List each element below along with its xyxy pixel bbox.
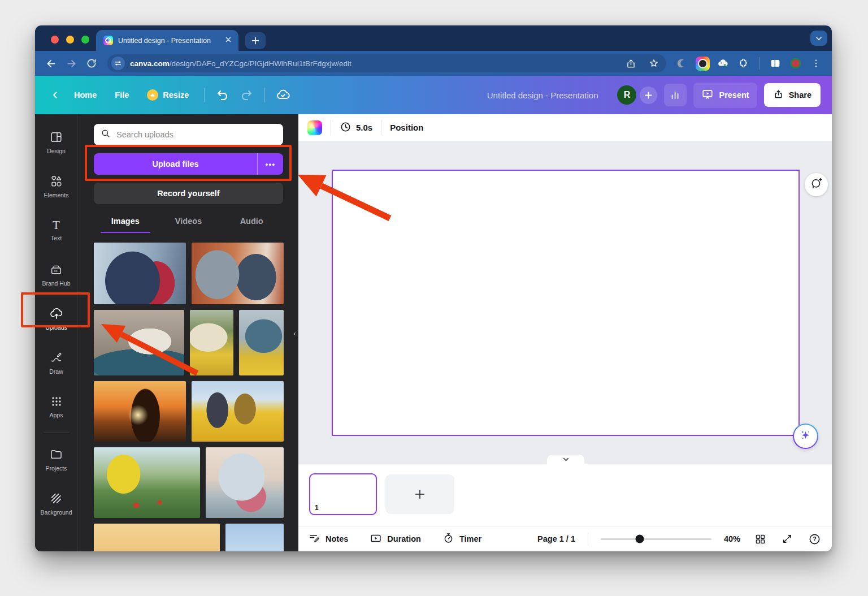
sidebar-item-text[interactable]: T Text [35,208,77,252]
upload-files-label[interactable]: Upload files [94,153,257,175]
magic-assistant-button[interactable] [793,424,818,449]
extension-camera-icon[interactable] [693,54,711,72]
upload-image-thumbnail[interactable] [94,381,186,442]
duration-icon [370,532,382,546]
home-button[interactable]: Home [66,85,105,105]
upload-image-thumbnail[interactable] [192,243,284,304]
share-button[interactable]: Share [764,83,821,107]
clock-icon [340,121,351,135]
new-tab-button[interactable] [245,32,266,49]
sidebar-item-apps[interactable]: Apps [35,385,77,429]
minimize-window-button[interactable] [66,36,74,44]
search-uploads-box[interactable] [94,124,283,145]
side-panel-icon[interactable] [766,54,784,72]
insights-chart-icon[interactable] [664,84,687,106]
tab-search-button[interactable] [810,31,827,46]
grid-view-icon[interactable] [753,532,767,546]
present-button[interactable]: Present [693,83,757,108]
zoom-slider[interactable] [601,534,711,543]
undo-icon[interactable] [211,84,234,106]
share-page-icon[interactable] [622,54,640,72]
timer-button[interactable]: Timer [442,532,481,546]
upload-image-thumbnail[interactable] [239,310,284,375]
panel-collapse-chevron-icon[interactable]: ‹ [290,309,298,358]
upload-image-thumbnail[interactable] [94,447,200,518]
url-text: canva.com/design/DAFo_dYZCgc/PIGjdHWlhRu… [130,59,617,68]
file-menu-button[interactable]: File [106,85,137,105]
record-yourself-button[interactable]: Record yourself [94,183,283,204]
upload-image-thumbnail[interactable] [192,381,284,442]
duration-control[interactable]: 5.0s [340,121,372,135]
extensions-puzzle-icon[interactable] [734,54,752,72]
sidebar-item-brand-hub[interactable]: co. Brand Hub [35,252,77,296]
sidebar-divider [44,433,70,433]
text-icon: T [53,219,60,231]
upload-image-thumbnail[interactable] [190,310,233,375]
add-comment-button[interactable] [805,173,828,196]
page-1-thumbnail[interactable]: 1 [309,473,377,515]
status-bar: Notes Duration Timer [298,526,832,551]
sidebar-label: Draw [49,368,63,375]
zoom-slider-track[interactable] [601,538,711,541]
notes-button[interactable]: Notes [309,532,348,546]
upload-image-thumbnail[interactable] [94,524,220,551]
document-title[interactable]: Untitled design - Presentation [487,90,598,100]
notes-icon [309,532,320,546]
toolbar-divider [331,120,331,135]
canvas-workspace [298,141,832,464]
sidebar-item-elements[interactable]: Elements [35,164,77,208]
tab-videos[interactable]: Videos [157,217,220,233]
upload-image-thumbnail[interactable] [94,243,186,304]
browser-tab[interactable]: Untitled design - Presentation [96,30,238,51]
sidebar-item-draw[interactable]: Draw [35,340,77,385]
invite-members-button[interactable] [640,87,657,104]
sidebar-label: Text [51,235,62,241]
browser-menu-icon[interactable] [807,54,825,72]
forward-icon[interactable] [62,54,80,72]
search-uploads-input[interactable] [116,130,276,139]
sidebar-item-background[interactable]: Background [35,481,77,525]
sidebar-item-design[interactable]: Design [35,120,77,164]
sidebar-item-uploads[interactable]: Uploads [35,296,77,340]
add-page-button[interactable] [385,474,454,514]
back-icon[interactable] [42,54,60,72]
tab-images[interactable]: Images [94,217,157,233]
sidebar-label: Uploads [45,324,67,331]
duration-button[interactable]: Duration [370,532,421,546]
upload-image-thumbnail[interactable] [225,524,284,551]
collapse-timeline-button[interactable] [547,455,584,464]
sidebar-item-projects[interactable]: Projects [35,437,77,481]
tab-close-icon[interactable] [224,35,233,46]
background-color-swatch[interactable] [307,120,322,135]
page-number-label: 1 [315,504,319,512]
redo-icon[interactable] [235,84,258,106]
help-icon[interactable]: ? [807,532,822,546]
close-window-button[interactable] [51,36,59,44]
presentation-slide[interactable] [332,170,800,436]
extension-cloud-icon[interactable] [714,54,732,72]
zoom-slider-thumb[interactable] [635,535,644,543]
site-info-icon[interactable] [111,57,125,70]
media-type-tabs: Images Videos Audio [94,217,283,233]
page-thumbnails-strip: 1 [298,464,832,526]
upload-image-thumbnail[interactable] [206,447,284,518]
cloud-saved-icon [272,84,294,106]
browser-window: Untitled design - Presentation [35,25,832,551]
search-icon [101,128,111,141]
tab-audio[interactable]: Audio [220,217,283,233]
upload-files-button[interactable]: Upload files ••• [94,153,283,175]
back-home-chevron-icon[interactable] [46,86,64,104]
position-button[interactable]: Position [390,123,423,132]
extension-moon-icon[interactable] [673,54,691,72]
notes-label: Notes [326,534,348,543]
user-avatar[interactable]: R [617,85,636,105]
maximize-window-button[interactable] [81,36,89,44]
upload-image-thumbnail[interactable] [94,310,184,375]
browser-profile-avatar[interactable] [787,54,805,72]
fullscreen-icon[interactable] [780,532,795,546]
resize-button[interactable]: Resize [138,84,197,106]
reload-icon[interactable] [83,54,101,72]
address-bar[interactable]: canva.com/design/DAFo_dYZCgc/PIGjdHWlhRu… [107,54,666,72]
upload-more-options-icon[interactable]: ••• [257,153,283,175]
bookmark-star-icon[interactable] [645,54,663,72]
